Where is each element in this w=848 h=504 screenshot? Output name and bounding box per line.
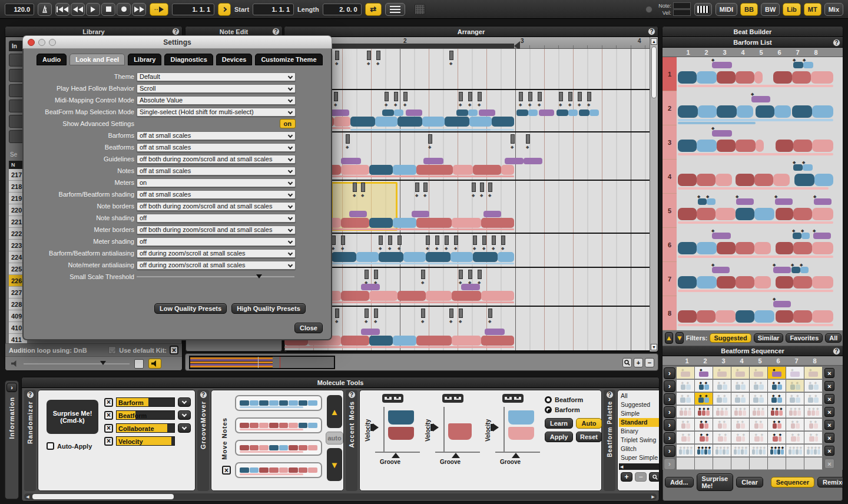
molecule-pill[interactable]	[481, 336, 514, 346]
threshold-slider-handle[interactable]	[256, 274, 262, 278]
molecule-pill[interactable]	[469, 117, 492, 127]
toolbar-button-lib[interactable]: Lib	[783, 3, 801, 16]
sequencer-cell[interactable]: ◆◆	[713, 419, 731, 431]
sequencer-cell[interactable]: ◆	[677, 367, 695, 379]
settings-select[interactable]: off at small scales	[137, 143, 296, 152]
loop-button[interactable]: ⇄	[365, 3, 382, 16]
accent-button-reset[interactable]: Reset	[576, 432, 602, 442]
molecule-pill[interactable]	[473, 165, 501, 175]
note-marker[interactable]	[578, 92, 582, 101]
sequencer-row-clear-button[interactable]: ×	[824, 407, 834, 417]
sequencer-cell[interactable]: ◆◆	[677, 419, 695, 431]
note-marker[interactable]	[435, 236, 439, 245]
settings-select[interactable]: off both during zoom/scroll and at small…	[137, 202, 296, 211]
settings-tab-library[interactable]: Library	[128, 54, 161, 65]
barform-row-label[interactable]: 7	[662, 262, 677, 296]
barform-row-label[interactable]: 3	[662, 125, 677, 160]
note-marker[interactable]	[334, 92, 338, 101]
molecule-pill[interactable]	[528, 110, 538, 116]
randomizer-help-icon[interactable]: ?	[26, 391, 34, 399]
piano-button[interactable]	[694, 3, 712, 16]
sequencer-cell[interactable]: ◆	[695, 367, 713, 379]
sequencer-cell[interactable]: ◆◆◆	[750, 406, 768, 418]
accent-block[interactable]	[388, 427, 414, 440]
note-marker[interactable]	[482, 236, 486, 245]
advanced-settings-toggle[interactable]: on	[280, 119, 296, 128]
sequencer-row-clear-button[interactable]: ×	[824, 446, 834, 456]
arranger-track-row[interactable]: ◆◆◆◆◆◆	[284, 268, 650, 307]
scroll-right-icon[interactable]: ▶	[650, 493, 657, 500]
molecule-pill[interactable]	[516, 110, 528, 116]
zoom-window-button[interactable]	[49, 39, 56, 46]
molecule-pill[interactable]	[350, 117, 375, 127]
note-marker[interactable]	[361, 183, 365, 192]
molecule-pill[interactable]	[445, 117, 469, 127]
palette-item[interactable]: Super Simple	[619, 453, 660, 462]
note-marker[interactable]	[421, 270, 425, 279]
sequencer-cell[interactable]: ◆◆	[768, 380, 786, 392]
palette-search-button[interactable]	[649, 472, 660, 482]
accent-block[interactable]	[508, 427, 534, 440]
molecule-pill[interactable]	[369, 336, 393, 346]
slider-enable-checkbox[interactable]: ×	[104, 437, 113, 446]
note-marker[interactable]	[367, 51, 371, 60]
sequencer-cell[interactable]: ◆◆◆◆	[677, 445, 695, 457]
note-marker[interactable]	[374, 270, 378, 279]
molecule-pill[interactable]	[416, 336, 452, 346]
groove-down-button[interactable]: ▼	[327, 448, 342, 481]
palette-scrollbar[interactable]: ◀	[619, 463, 660, 470]
auto-apply-checkbox[interactable]	[47, 442, 54, 450]
sequencer-cell[interactable]: ◆◆	[695, 419, 713, 431]
settings-tab-audio[interactable]: Audio	[37, 54, 67, 65]
sequencer-button-sequencer[interactable]: Sequencer	[771, 477, 814, 488]
molecule-pill[interactable]	[579, 110, 589, 116]
groove-pattern-box[interactable]	[235, 462, 322, 478]
sequencer-cell[interactable]: ◆◆	[750, 419, 768, 431]
molecule-pill[interactable]	[412, 211, 429, 217]
molecule-pill[interactable]	[379, 252, 403, 262]
slider-enable-checkbox[interactable]: ×	[104, 398, 113, 407]
sequencer-cell[interactable]: ◆	[750, 367, 768, 379]
groove-pattern-box[interactable]	[235, 440, 322, 456]
barform-row[interactable]: ◆◆◆◆	[678, 228, 833, 262]
molecule-pill[interactable]	[382, 110, 394, 116]
barform-row[interactable]: ◆◆◆◆	[678, 262, 833, 296]
molecule-pill[interactable]	[568, 110, 578, 116]
groove-handle[interactable]	[392, 453, 400, 458]
note-marker[interactable]	[472, 183, 476, 192]
beatform-sequencer-help-icon[interactable]: ?	[833, 347, 840, 355]
sequencer-cell[interactable]: ◆◆	[731, 380, 750, 392]
molecule-pill[interactable]	[403, 252, 426, 262]
note-marker[interactable]	[365, 309, 369, 318]
sequencer-cell[interactable]: ◆	[786, 367, 804, 379]
filter-button-favorites[interactable]: Favorites	[786, 333, 823, 343]
sequencer-cell[interactable]: ◆◆◆◆	[731, 445, 750, 457]
zoom-in-button[interactable]: +	[634, 358, 643, 367]
molecule-pill[interactable]	[341, 158, 361, 164]
note-marker[interactable]	[449, 309, 453, 318]
sequencer-button-remixer[interactable]: Remixer	[817, 477, 843, 488]
sequencer-cell[interactable]: ◆◆	[786, 393, 804, 405]
molecule-pill[interactable]	[461, 284, 480, 290]
slider-enable-checkbox[interactable]: ×	[104, 424, 113, 433]
barform-row-label[interactable]: 5	[662, 194, 677, 228]
barform-row-label[interactable]: 6	[662, 228, 677, 262]
note-marker[interactable]	[459, 309, 463, 318]
molecule-pill[interactable]	[452, 336, 481, 346]
molecule-pill[interactable]	[423, 158, 443, 164]
sequencer-button-surprise-me-[interactable]: Surprise Me!	[697, 473, 734, 491]
slider-chevron-button[interactable]	[178, 423, 191, 433]
note-marker[interactable]	[459, 270, 463, 279]
sequencer-cell[interactable]: ◆◆	[695, 380, 713, 392]
arrangement-minimap[interactable]	[189, 356, 335, 369]
palette-remove-button[interactable]: −	[635, 472, 647, 482]
slider-chevron-button[interactable]	[178, 410, 191, 420]
molecule-pill[interactable]	[361, 284, 380, 290]
palette-item[interactable]: Binary	[619, 427, 660, 436]
sequencer-cell[interactable]: ◆◆	[677, 432, 695, 444]
filter-button-similar[interactable]: Similar	[754, 333, 784, 343]
stop-button[interactable]	[101, 3, 115, 16]
sequencer-cell[interactable]: ◆◆◆◆	[786, 445, 804, 457]
molecule-pill[interactable]	[369, 291, 398, 301]
record-button[interactable]	[117, 3, 131, 16]
